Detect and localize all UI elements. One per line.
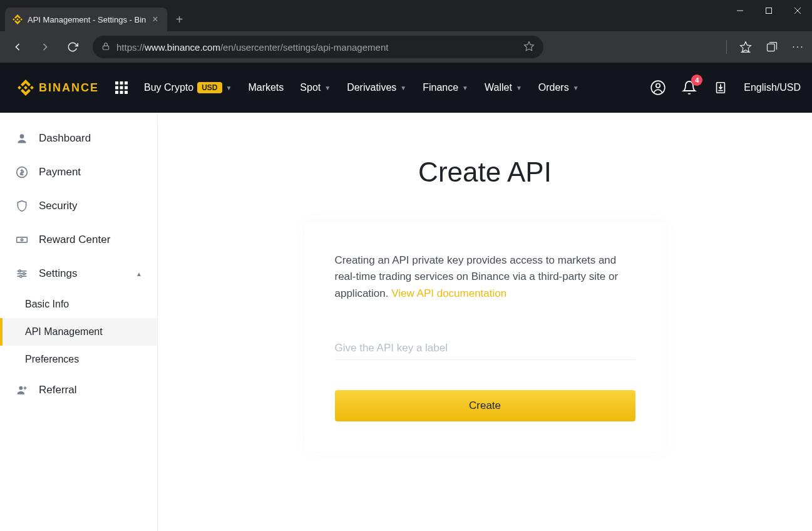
caret-down-icon: ▼ bbox=[324, 85, 331, 91]
sidebar-label: Dashboard bbox=[39, 132, 91, 145]
nav-derivatives[interactable]: Derivatives▼ bbox=[347, 82, 406, 93]
person-icon bbox=[15, 131, 29, 145]
person-add-icon bbox=[15, 383, 29, 397]
page-title: Create API bbox=[418, 157, 552, 188]
refresh-button[interactable] bbox=[61, 36, 84, 58]
collections-icon[interactable] bbox=[764, 39, 779, 54]
toolbar-right-icons: ··· bbox=[726, 39, 806, 54]
download-icon[interactable] bbox=[712, 80, 729, 96]
chevron-up-icon: ▲ bbox=[136, 271, 142, 277]
site-header: BINANCE Buy Crypto USD ▼ Markets Spot▼ D… bbox=[0, 63, 812, 113]
language-currency[interactable]: English/USD bbox=[744, 82, 801, 93]
nav-label: Derivatives bbox=[347, 82, 396, 93]
sidebar-item-reward-center[interactable]: Reward Center bbox=[0, 223, 157, 257]
input-wrapper bbox=[335, 337, 635, 360]
sidebar-item-referral[interactable]: Referral bbox=[0, 373, 157, 407]
nav-buy-crypto[interactable]: Buy Crypto USD ▼ bbox=[144, 82, 232, 93]
logo-text: BINANCE bbox=[39, 81, 99, 95]
sliders-icon bbox=[15, 267, 29, 281]
favorite-star-icon[interactable] bbox=[523, 41, 535, 54]
create-api-card: Creating an API private key provides acc… bbox=[305, 222, 666, 451]
shield-icon bbox=[15, 199, 29, 213]
tab-favicon bbox=[13, 14, 23, 24]
tab-title: API Management - Settings - Bin bbox=[28, 15, 146, 24]
nav-label: Buy Crypto bbox=[144, 82, 193, 93]
main-nav: Buy Crypto USD ▼ Markets Spot▼ Derivativ… bbox=[144, 82, 579, 93]
svg-rect-9 bbox=[115, 81, 118, 85]
sidebar-label: Payment bbox=[39, 166, 81, 178]
svg-rect-16 bbox=[120, 91, 123, 94]
card-description: Creating an API private key provides acc… bbox=[335, 252, 635, 302]
tab-close-button[interactable]: × bbox=[151, 14, 159, 25]
sidebar-sub-preferences[interactable]: Preferences bbox=[0, 346, 157, 373]
sidebar-label: Referral bbox=[39, 384, 76, 396]
sidebar-label: Reward Center bbox=[39, 234, 110, 246]
apps-grid-icon[interactable] bbox=[115, 81, 128, 94]
nav-label: Spot bbox=[300, 82, 321, 93]
minimize-button[interactable] bbox=[726, 0, 754, 21]
notification-badge: 4 bbox=[691, 75, 702, 86]
svg-point-26 bbox=[21, 239, 23, 240]
sidebar-item-dashboard[interactable]: Dashboard bbox=[0, 121, 157, 155]
api-label-input[interactable] bbox=[335, 337, 635, 359]
binance-logo[interactable]: BINANCE bbox=[18, 80, 99, 96]
nav-label: Wallet bbox=[485, 82, 512, 93]
nav-spot[interactable]: Spot▼ bbox=[300, 82, 331, 93]
binance-logo-icon bbox=[18, 80, 34, 96]
close-window-button[interactable] bbox=[783, 0, 812, 21]
svg-rect-14 bbox=[125, 86, 128, 90]
create-button[interactable]: Create bbox=[335, 390, 635, 421]
divider bbox=[726, 40, 727, 54]
maximize-button[interactable] bbox=[754, 0, 783, 21]
svg-rect-8 bbox=[768, 44, 775, 51]
svg-rect-11 bbox=[125, 81, 128, 85]
caret-down-icon: ▼ bbox=[400, 85, 406, 91]
window-controls bbox=[726, 0, 812, 31]
content: Create API Creating an API private key p… bbox=[158, 113, 812, 531]
svg-point-31 bbox=[23, 272, 25, 274]
svg-point-32 bbox=[20, 276, 22, 277]
svg-rect-15 bbox=[115, 91, 118, 94]
nav-label: Finance bbox=[423, 82, 458, 93]
more-menu-button[interactable]: ··· bbox=[791, 39, 806, 54]
nav-finance[interactable]: Finance▼ bbox=[423, 82, 468, 93]
forward-button[interactable] bbox=[34, 36, 56, 58]
sidebar-item-security[interactable]: Security bbox=[0, 189, 157, 223]
favorites-list-icon[interactable] bbox=[738, 39, 753, 54]
dollar-icon bbox=[15, 165, 29, 179]
svg-rect-12 bbox=[115, 86, 118, 90]
svg-marker-5 bbox=[525, 41, 534, 50]
usd-badge: USD bbox=[197, 82, 222, 93]
lock-icon bbox=[101, 42, 110, 53]
svg-rect-1 bbox=[766, 8, 772, 14]
account-icon[interactable] bbox=[650, 80, 666, 96]
svg-rect-10 bbox=[120, 81, 123, 85]
nav-wallet[interactable]: Wallet▼ bbox=[485, 82, 522, 93]
nav-markets[interactable]: Markets bbox=[248, 82, 284, 93]
svg-point-23 bbox=[20, 134, 24, 138]
back-button[interactable] bbox=[6, 36, 29, 58]
svg-point-33 bbox=[19, 386, 23, 390]
sidebar-item-payment[interactable]: Payment bbox=[0, 155, 157, 189]
svg-rect-4 bbox=[103, 46, 108, 49]
ticket-icon bbox=[15, 233, 29, 247]
nav-orders[interactable]: Orders▼ bbox=[538, 82, 579, 93]
caret-down-icon: ▼ bbox=[226, 85, 232, 91]
sidebar-label: Security bbox=[39, 200, 77, 212]
sidebar-sub-api-management[interactable]: API Management bbox=[0, 318, 157, 346]
address-bar[interactable]: https://www.binance.com/en/usercenter/se… bbox=[93, 36, 543, 58]
caret-down-icon: ▼ bbox=[516, 85, 522, 91]
sidebar-label: Settings bbox=[39, 267, 77, 280]
browser-tab[interactable]: API Management - Settings - Bin × bbox=[5, 8, 167, 31]
svg-rect-25 bbox=[17, 237, 28, 242]
new-tab-button[interactable]: + bbox=[167, 8, 192, 31]
nav-label: Orders bbox=[538, 82, 569, 93]
svg-rect-17 bbox=[125, 91, 128, 94]
notifications-icon[interactable]: 4 bbox=[681, 80, 697, 96]
sidebar-sub-basic-info[interactable]: Basic Info bbox=[0, 291, 157, 318]
caret-down-icon: ▼ bbox=[573, 85, 579, 91]
svg-point-19 bbox=[656, 84, 660, 88]
nav-label: Markets bbox=[248, 82, 284, 93]
sidebar-item-settings[interactable]: Settings ▲ bbox=[0, 257, 157, 291]
api-documentation-link[interactable]: View API documentation bbox=[391, 287, 506, 299]
